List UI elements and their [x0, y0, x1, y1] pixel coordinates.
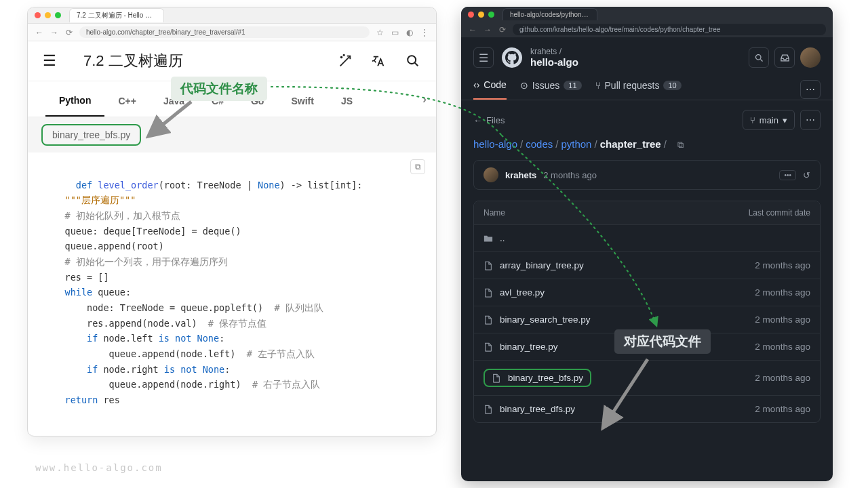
- svg-point-0: [341, 57, 342, 58]
- table-row[interactable]: binary_tree_bfs.py2 months ago: [474, 360, 820, 395]
- issues-count: 11: [564, 81, 581, 90]
- svg-point-1: [343, 55, 344, 56]
- forward-icon[interactable]: →: [483, 25, 492, 35]
- maximize-icon[interactable]: [488, 12, 494, 18]
- code-filename: binary_tree_bfs.py: [41, 124, 141, 146]
- avatar: [484, 167, 498, 182]
- file-browser-subbar: ← Files ⑂ main ▾ ⋯: [461, 100, 833, 136]
- history-icon[interactable]: ↺: [803, 170, 810, 180]
- menu-icon[interactable]: ⋮: [420, 28, 429, 37]
- code-block: binary_tree_bfs.py ⧉def level_order(root…: [28, 117, 436, 420]
- watermark: www.hello-algo.com: [35, 462, 163, 473]
- profile-icon[interactable]: ◐: [405, 28, 414, 37]
- address-row: ← → ⟳ github.com/krahets/hello-algo/tree…: [461, 22, 833, 37]
- browser-chrome-dark: hello-algo/codes/python/ch...: [461, 7, 833, 22]
- repo-title-block: krahets / hello-algo: [530, 47, 741, 68]
- github-logo-icon[interactable]: [502, 47, 522, 68]
- pull-request-icon: ⑂: [595, 80, 601, 91]
- address-bar[interactable]: hello-algo.com/chapter_tree/binary_tree_…: [79, 26, 370, 38]
- address-bar[interactable]: github.com/krahets/hello-algo/tree/main/…: [513, 24, 826, 35]
- wand-icon[interactable]: [337, 53, 353, 69]
- callout-corresponding-file: 对应代码文件: [614, 329, 711, 354]
- traffic-lights: [35, 12, 61, 18]
- avatar[interactable]: [800, 47, 821, 68]
- code-icon: ‹›: [473, 79, 479, 90]
- copy-path-icon[interactable]: ⧉: [677, 140, 684, 150]
- star-icon[interactable]: ☆: [375, 28, 384, 37]
- issues-icon: ⊙: [520, 80, 528, 91]
- breadcrumb-segment[interactable]: python: [561, 138, 591, 150]
- repo-owner[interactable]: krahets /: [530, 47, 741, 56]
- file-table: Name Last commit date ..array_binary_tre…: [473, 201, 821, 423]
- table-row[interactable]: array_binary_tree.py2 months ago: [474, 251, 820, 279]
- search-icon[interactable]: [405, 53, 421, 69]
- tab-python[interactable]: Python: [45, 81, 104, 117]
- tab-strip: hello-algo/codes/python/ch...: [502, 8, 597, 20]
- breadcrumb-segment[interactable]: hello-algo: [473, 138, 517, 150]
- back-icon[interactable]: ←: [35, 28, 44, 37]
- translate-icon[interactable]: [371, 53, 387, 69]
- nav-pull-requests[interactable]: ⑂ Pull requests 10: [595, 80, 682, 99]
- nav-code[interactable]: ‹› Code: [473, 79, 507, 100]
- inbox-icon[interactable]: [774, 47, 795, 68]
- traffic-lights: [468, 12, 494, 18]
- browser-tab[interactable]: hello-algo/codes/python/ch...: [502, 8, 597, 20]
- forward-icon[interactable]: →: [50, 28, 59, 37]
- browser-tab[interactable]: 7.2 二叉树遍历 - Hello 算法: [69, 8, 164, 22]
- address-row: ← → ⟳ hello-algo.com/chapter_tree/binary…: [28, 24, 436, 41]
- right-browser-window: hello-algo/codes/python/ch... ← → ⟳ gith…: [461, 7, 833, 481]
- chevron-right-icon[interactable]: ›: [422, 92, 427, 106]
- table-row[interactable]: avl_tree.py2 months ago: [474, 279, 820, 306]
- back-icon[interactable]: ←: [468, 25, 477, 35]
- th-date: Last commit date: [749, 208, 810, 218]
- copy-icon[interactable]: ⧉: [410, 159, 425, 174]
- close-icon[interactable]: [35, 12, 41, 18]
- github-topbar: ☰ krahets / hello-algo: [461, 37, 833, 73]
- extensions-icon[interactable]: ▭: [390, 28, 399, 37]
- maximize-icon[interactable]: [55, 12, 61, 18]
- pr-count: 10: [663, 81, 681, 90]
- tab-strip: 7.2 二叉树遍历 - Hello 算法: [69, 8, 164, 22]
- breadcrumb: hello-algo/codes/python/chapter_tree/ ⧉: [461, 136, 833, 160]
- page-header: ☰ 7.2 二叉树遍历: [28, 41, 436, 81]
- repo-name[interactable]: hello-algo: [530, 56, 741, 68]
- nav-issues[interactable]: ⊙ Issues 11: [520, 80, 582, 99]
- svg-point-2: [408, 56, 416, 64]
- overflow-menu[interactable]: ⋯: [800, 80, 821, 99]
- search-icon[interactable]: [749, 47, 769, 68]
- hamburger-icon[interactable]: ☰: [43, 52, 56, 70]
- hamburger-icon[interactable]: ☰: [473, 47, 494, 68]
- breadcrumb-segment[interactable]: codes: [526, 138, 553, 150]
- table-header: Name Last commit date: [474, 201, 820, 224]
- overflow-menu[interactable]: ⋯: [800, 110, 821, 130]
- close-icon[interactable]: [468, 12, 474, 18]
- repo-nav: ‹› Code ⊙ Issues 11 ⑂ Pull requests 10 ⋯: [461, 73, 833, 100]
- commit-author: krahets: [505, 170, 536, 180]
- filename-bar: binary_tree_bfs.py: [28, 117, 436, 152]
- code-content: ⧉def level_order(root: TreeNode | None) …: [28, 152, 436, 420]
- table-row[interactable]: binary_tree_dfs.py2 months ago: [474, 395, 820, 422]
- browser-chrome: 7.2 二叉树遍历 - Hello 算法: [28, 7, 436, 24]
- tab-swift[interactable]: Swift: [277, 82, 327, 116]
- callout-filename: 代码文件名称: [171, 77, 267, 101]
- page-title: 7.2 二叉树遍历: [83, 51, 337, 71]
- svg-point-3: [755, 54, 761, 60]
- chevron-down-icon: ▾: [783, 115, 787, 125]
- sha-chip[interactable]: •••: [779, 170, 796, 180]
- breadcrumb-current: chapter_tree: [600, 138, 661, 150]
- minimize-icon[interactable]: [45, 12, 51, 18]
- table-row[interactable]: ..: [474, 224, 820, 251]
- files-link[interactable]: ← Files: [473, 115, 505, 125]
- arrow-left-icon: ←: [473, 115, 482, 125]
- latest-commit-card[interactable]: krahets 2 months ago ••• ↺: [473, 160, 821, 190]
- tab-cpp[interactable]: C++: [104, 82, 149, 116]
- branch-selector[interactable]: ⑂ main ▾: [743, 110, 795, 130]
- reload-icon[interactable]: ⟳: [498, 25, 507, 35]
- commit-time: 2 months ago: [543, 170, 597, 180]
- branch-icon: ⑂: [750, 115, 755, 125]
- reload-icon[interactable]: ⟳: [64, 28, 74, 37]
- tab-js[interactable]: JS: [328, 82, 366, 116]
- left-browser-window: 7.2 二叉树遍历 - Hello 算法 ← → ⟳ hello-algo.co…: [27, 7, 437, 436]
- minimize-icon[interactable]: [478, 12, 484, 18]
- th-name: Name: [484, 208, 505, 218]
